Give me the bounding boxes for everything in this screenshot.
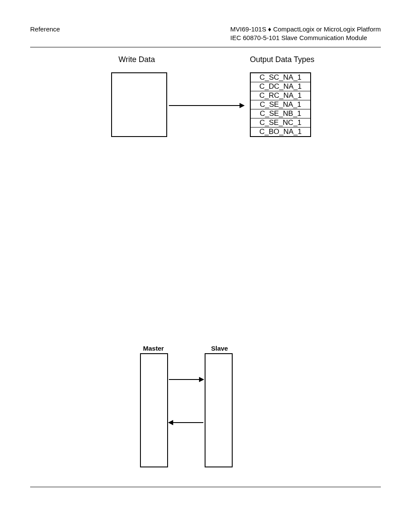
header-rule (30, 47, 381, 47)
type-row: C_BO_NA_1 (250, 127, 311, 137)
footer-rule (30, 487, 381, 487)
label-write-data: Write Data (118, 55, 155, 64)
header-right-line1: MVI69-101S ♦ CompactLogix or MicroLogix … (230, 25, 381, 34)
header-right-line2: IEC 60870-5-101 Slave Communication Modu… (230, 34, 381, 42)
arrow-master-to-slave (169, 379, 203, 380)
label-master: Master (143, 345, 164, 352)
header-left: Reference (30, 25, 60, 34)
slave-box (205, 353, 233, 467)
type-row: C_RC_NA_1 (250, 91, 311, 100)
arrow-slave-to-master (169, 422, 203, 423)
write-data-box (111, 72, 167, 137)
diagram-write-data: Write Data Output Data Types C_SC_NA_1 C… (30, 51, 381, 163)
type-row: C_SC_NA_1 (250, 73, 311, 82)
type-row: C_SE_NA_1 (250, 100, 311, 109)
master-box (140, 353, 168, 467)
output-types-table: C_SC_NA_1 C_DC_NA_1 C_RC_NA_1 C_SE_NA_1 … (250, 72, 311, 137)
type-row: C_SE_NB_1 (250, 109, 311, 118)
type-row: C_DC_NA_1 (250, 82, 311, 91)
label-slave: Slave (211, 345, 228, 352)
label-output-data-types: Output Data Types (250, 55, 314, 64)
type-row: C_SE_NC_1 (250, 118, 311, 127)
arrow-write-to-types (169, 105, 244, 106)
